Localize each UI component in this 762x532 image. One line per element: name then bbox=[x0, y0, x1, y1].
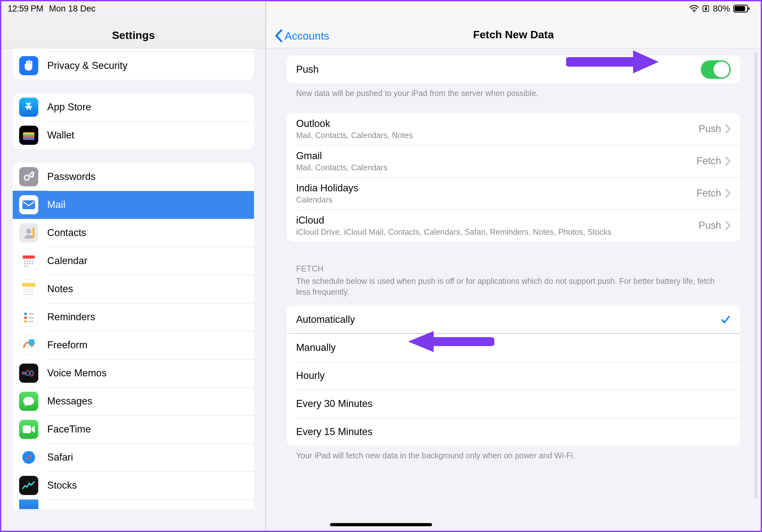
sidebar-item-extra[interactable] bbox=[13, 499, 254, 509]
account-row-india-holidays[interactable]: India Holidays Calendars Fetch bbox=[286, 177, 740, 210]
sidebar-item-label: Stocks bbox=[47, 480, 77, 491]
sidebar-item-messages[interactable]: Messages bbox=[13, 387, 254, 415]
battery-icon bbox=[733, 4, 750, 13]
account-row-outlook[interactable]: Outlook Mail, Contacts, Calendars, Notes… bbox=[286, 113, 740, 145]
chevron-right-icon bbox=[725, 188, 731, 198]
wallet-icon bbox=[19, 126, 38, 145]
check-icon bbox=[721, 314, 731, 325]
fetch-option-automatically[interactable]: Automatically bbox=[286, 305, 740, 334]
sidebar-item-freeform[interactable]: Freeform bbox=[13, 331, 254, 359]
detail-pane: Accounts Fetch New Data Push New data wi… bbox=[266, 1, 761, 531]
sidebar-item-label: Safari bbox=[47, 452, 73, 463]
sidebar-item-facetime[interactable]: FaceTime bbox=[13, 415, 254, 443]
svg-point-16 bbox=[32, 263, 33, 264]
svg-point-4 bbox=[25, 175, 29, 180]
svg-rect-5 bbox=[22, 200, 35, 209]
svg-rect-7 bbox=[33, 228, 35, 238]
page-title: Fetch New Data bbox=[473, 29, 554, 41]
sidebar-item-stocks[interactable]: Stocks bbox=[13, 471, 254, 499]
sidebar-item-calendar[interactable]: Calendar bbox=[13, 247, 254, 275]
svg-point-14 bbox=[27, 263, 28, 264]
svg-point-17 bbox=[24, 266, 26, 267]
sidebar-item-label: Passwords bbox=[47, 171, 96, 182]
calendar-icon bbox=[19, 251, 38, 270]
sidebar-item-label: Reminders bbox=[47, 311, 95, 323]
status-bar: 12:59 PM Mon 18 Dec 80% bbox=[1, 1, 761, 16]
sidebar-item-label: Wallet bbox=[47, 129, 74, 141]
back-button[interactable]: Accounts bbox=[274, 29, 329, 42]
sidebar-item-hidden[interactable] bbox=[13, 48, 254, 52]
sidebar-item-voicememos[interactable]: Voice Memos bbox=[13, 359, 254, 387]
sidebar-item-safari[interactable]: Safari bbox=[13, 443, 254, 471]
account-mode: Push bbox=[699, 123, 721, 135]
sidebar-item-label: Notes bbox=[47, 283, 73, 295]
svg-rect-30 bbox=[23, 426, 31, 433]
sidebar-item-contacts[interactable]: Contacts bbox=[13, 219, 254, 247]
sidebar-item-label: Privacy & Security bbox=[47, 60, 128, 71]
sidebar-item-label: Freeform bbox=[47, 339, 87, 351]
sidebar-item-label: FaceTime bbox=[47, 424, 91, 435]
account-row-gmail[interactable]: Gmail Mail, Contacts, Calendars Fetch bbox=[286, 145, 740, 177]
stocks-icon bbox=[19, 476, 38, 495]
svg-rect-36 bbox=[734, 6, 745, 11]
account-row-icloud[interactable]: iCloud iCloud Drive, iCloud Mail, Contac… bbox=[286, 210, 740, 242]
sidebar-item-reminders[interactable]: Reminders bbox=[13, 303, 254, 331]
svg-rect-34 bbox=[705, 8, 707, 10]
chevron-right-icon bbox=[725, 156, 731, 166]
fetch-option-manually[interactable]: Manually bbox=[286, 334, 740, 362]
hand-icon bbox=[19, 56, 38, 75]
sidebar-item-mail[interactable]: Mail bbox=[13, 191, 254, 219]
sidebar-item-label: Calendar bbox=[47, 255, 87, 267]
safari-icon bbox=[19, 448, 38, 467]
chevron-right-icon bbox=[725, 221, 731, 230]
sidebar-item-label: Voice Memos bbox=[47, 367, 107, 379]
account-mode: Fetch bbox=[696, 187, 721, 199]
svg-point-24 bbox=[24, 316, 27, 319]
key-icon bbox=[19, 167, 38, 186]
account-mode: Fetch bbox=[696, 155, 721, 167]
sidebar-item-wallet[interactable]: Wallet bbox=[13, 121, 254, 149]
fetch-footer: Your iPad will fetch new data in the bac… bbox=[286, 446, 740, 461]
sidebar-item-passwords[interactable]: Passwords bbox=[13, 163, 254, 191]
fetch-option-hourly[interactable]: Hourly bbox=[286, 362, 740, 390]
svg-point-25 bbox=[24, 320, 27, 323]
svg-rect-19 bbox=[22, 283, 36, 287]
sidebar-item-privacy[interactable]: Privacy & Security bbox=[13, 52, 254, 80]
sidebar-item-appstore[interactable]: App Store bbox=[13, 93, 254, 121]
sidebar-item-notes[interactable]: Notes bbox=[13, 275, 254, 303]
chevron-left-icon bbox=[274, 29, 283, 42]
fetch-section-caption: The schedule below is used when push is … bbox=[286, 273, 740, 298]
fetch-option-30min[interactable]: Every 30 Minutes bbox=[286, 390, 740, 418]
sidebar-item-label: Mail bbox=[47, 199, 65, 211]
sidebar-pane: Settings Privacy & Security bbox=[1, 1, 266, 531]
svg-point-6 bbox=[26, 229, 31, 234]
push-caption: New data will be pushed to your iPad fro… bbox=[286, 84, 740, 99]
mail-icon bbox=[19, 195, 38, 214]
weather-icon bbox=[19, 499, 38, 509]
status-time: 12:59 PM bbox=[8, 4, 43, 14]
svg-point-11 bbox=[29, 261, 31, 262]
voicememos-icon bbox=[19, 364, 38, 383]
accounts-group: Outlook Mail, Contacts, Calendars, Notes… bbox=[286, 113, 740, 242]
svg-point-15 bbox=[29, 263, 31, 264]
messages-icon bbox=[19, 392, 38, 411]
svg-point-12 bbox=[32, 261, 33, 262]
svg-point-23 bbox=[24, 312, 27, 315]
sidebar-item-label: App Store bbox=[47, 101, 91, 113]
appstore-icon bbox=[19, 98, 38, 117]
svg-rect-8 bbox=[23, 255, 35, 259]
battery-pct: 80% bbox=[713, 4, 730, 14]
freeform-icon bbox=[19, 336, 38, 355]
svg-rect-3 bbox=[23, 138, 35, 140]
svg-point-18 bbox=[27, 266, 28, 267]
sidebar-item-label: Contacts bbox=[47, 227, 86, 238]
notes-icon bbox=[19, 279, 38, 299]
wifi-icon bbox=[689, 5, 699, 13]
svg-rect-37 bbox=[748, 7, 750, 10]
scroll-indicator[interactable] bbox=[754, 52, 758, 499]
home-indicator bbox=[330, 523, 432, 526]
fetch-option-15min[interactable]: Every 15 Minutes bbox=[286, 418, 740, 446]
push-toggle[interactable] bbox=[701, 60, 731, 79]
account-mode: Push bbox=[699, 220, 721, 231]
push-row: Push bbox=[286, 55, 740, 84]
